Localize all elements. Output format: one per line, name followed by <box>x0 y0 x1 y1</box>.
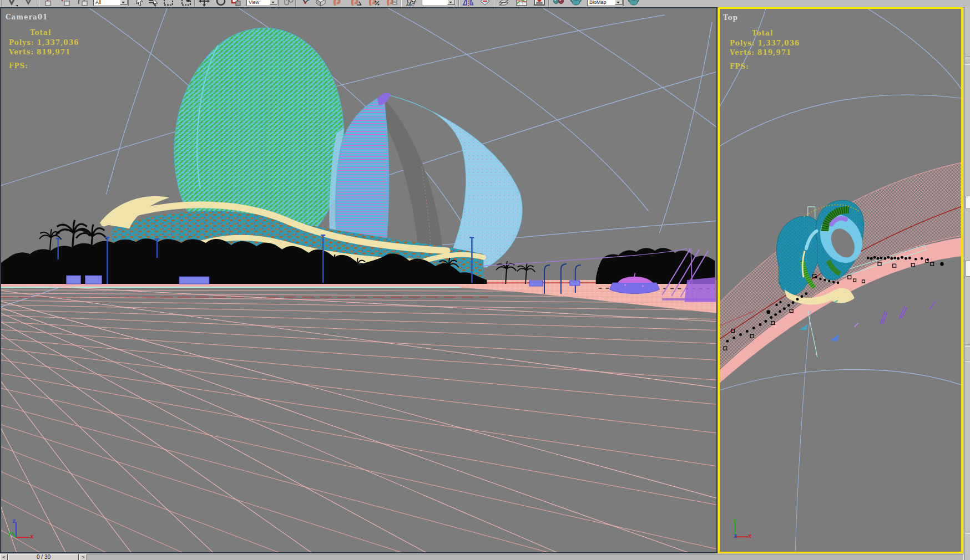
panel-ridge <box>965 360 970 362</box>
render-preset-dropdown[interactable]: BioMap <box>587 0 624 6</box>
redo-icon[interactable] <box>22 0 36 7</box>
panel-ridge <box>965 532 970 534</box>
named-selection-dropdown[interactable] <box>422 0 456 6</box>
time-slider-track[interactable] <box>0 554 964 560</box>
spinner-snap-toggle-icon[interactable] <box>385 0 398 7</box>
mirror-icon[interactable] <box>462 0 475 7</box>
dropdown-arrow-icon[interactable] <box>120 0 128 5</box>
select-and-scale-icon[interactable] <box>230 0 243 7</box>
rectangular-selection-region-icon[interactable] <box>162 0 175 7</box>
toolbar-separator <box>494 0 495 7</box>
named-selection-sets-icon[interactable]: {}ABC <box>404 0 417 7</box>
align-icon[interactable] <box>478 0 492 7</box>
camera-viewport-scene[interactable] <box>1 8 716 552</box>
viewport-camera01[interactable]: Camera01 Total Polys: 1,337,036 Verts: 8… <box>0 7 718 553</box>
viewport-label-top[interactable]: Top <box>723 14 738 22</box>
main-toolbar: All View {}ABC BioMap <box>0 0 970 8</box>
coord-system-value: View <box>249 0 259 5</box>
select-and-link-icon[interactable] <box>43 0 57 7</box>
stat-polys: Polys: 1,337,036 <box>730 39 800 47</box>
next-frame-button[interactable]: > <box>79 554 87 560</box>
toolbar-separator <box>548 0 549 7</box>
axis-label-x: x <box>748 532 752 539</box>
command-panel-edge <box>964 7 970 560</box>
selection-filter-dropdown[interactable]: All <box>93 0 129 6</box>
axis-label-z: z <box>12 517 16 525</box>
axis-label-x: x <box>30 533 34 540</box>
dropdown-arrow-icon[interactable] <box>447 0 455 5</box>
angle-snap-toggle-icon[interactable] <box>350 0 363 7</box>
reference-coordinate-system-dropdown[interactable]: View <box>246 0 279 6</box>
toolbar-handle <box>1 0 2 7</box>
layer-manager-icon[interactable] <box>497 0 511 7</box>
selection-filter-value: All <box>95 0 101 5</box>
bind-to-space-warp-icon[interactable] <box>77 0 90 7</box>
toolbar-separator <box>458 0 459 7</box>
panel-ridge <box>965 344 970 347</box>
pier-deck <box>684 277 716 302</box>
viewport-label-camera[interactable]: Camera01 <box>6 13 48 21</box>
render-preset-value: BioMap <box>589 0 607 5</box>
window-crossing-toggle-icon[interactable] <box>180 0 193 7</box>
select-by-name-icon[interactable] <box>146 0 160 7</box>
viewport-top[interactable]: Top Total Polys: 1,337,036 Verts: 819,97… <box>718 7 963 553</box>
percent-snap-toggle-icon[interactable] <box>367 0 381 7</box>
dropdown-arrow-icon[interactable] <box>270 0 277 5</box>
select-and-manipulate-icon[interactable] <box>299 0 312 7</box>
keyboard-override-cube-icon[interactable] <box>314 0 327 7</box>
svg-text:ABC: ABC <box>406 3 414 7</box>
select-object-icon[interactable] <box>133 0 146 7</box>
panel-field-edge <box>966 196 970 209</box>
application-window: All View {}ABC BioMap <box>0 0 970 560</box>
select-and-rotate-icon[interactable] <box>214 0 228 7</box>
toolbar-separator <box>194 0 195 7</box>
stat-verts: Verts: 819,971 <box>9 48 70 56</box>
material-editor-icon[interactable] <box>552 0 565 7</box>
dropdown-arrow-icon[interactable] <box>615 0 623 5</box>
render-setup-icon[interactable] <box>569 0 583 7</box>
curve-editor-icon[interactable] <box>515 0 528 7</box>
toolbar-separator <box>39 0 40 7</box>
time-slider-thumb[interactable]: 0 / 30 <box>8 554 79 560</box>
stat-total: Total <box>30 29 51 37</box>
stat-verts: Verts: 819,971 <box>730 49 791 57</box>
select-and-move-icon[interactable] <box>198 0 211 7</box>
panel-ridge <box>965 56 970 58</box>
toolbar-separator <box>401 0 402 7</box>
stat-total: Total <box>752 29 773 37</box>
axis-label-z: z <box>734 532 737 539</box>
toolbar-separator <box>295 0 296 7</box>
panel-field-edge <box>966 260 970 277</box>
stat-fps: FPS: <box>730 63 749 70</box>
snap-toggle-3d-icon[interactable] <box>332 0 345 7</box>
schematic-view-icon[interactable] <box>533 0 546 7</box>
stat-fps: FPS: <box>9 62 28 70</box>
axis-label-y: y <box>733 517 737 524</box>
panel-ridge <box>965 63 970 65</box>
unlink-selection-icon[interactable] <box>60 0 73 7</box>
axis-label-y: y <box>8 530 12 537</box>
use-pivot-point-center-icon[interactable] <box>282 0 295 7</box>
undo-icon[interactable] <box>6 0 19 7</box>
time-slider-bar[interactable]: < 0 / 30 > <box>0 553 964 560</box>
previous-frame-button[interactable]: < <box>0 554 8 560</box>
top-viewport-scene[interactable] <box>720 9 961 552</box>
stat-polys: Polys: 1,337,036 <box>9 39 79 47</box>
quick-render-icon[interactable] <box>627 0 640 7</box>
